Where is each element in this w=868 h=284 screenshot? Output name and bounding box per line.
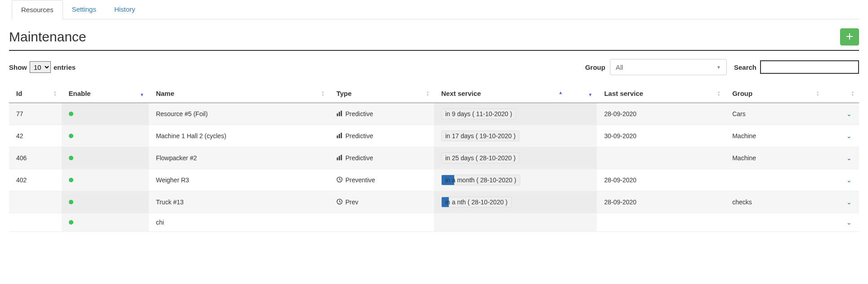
bar-chart-icon [336, 132, 343, 140]
cell-id [9, 213, 62, 232]
cell-name: chi [149, 213, 329, 232]
entries-select[interactable]: 10 [30, 61, 51, 73]
show-label: Show [9, 63, 27, 71]
add-button[interactable] [840, 28, 859, 45]
cell-last: 28-09-2020 [597, 191, 725, 213]
type-label: Predictive [345, 154, 373, 162]
cell-enable [62, 213, 149, 232]
next-service-badge: in 9 days ( 11-10-2020 ) [441, 108, 516, 119]
sort-icon: ▲▼ [717, 90, 720, 97]
group-filter: Group All ▼ [585, 59, 727, 75]
cell-next: in 9 days ( 11-10-2020 ) [434, 103, 597, 125]
cell-name: Machine 1 Hall 2 (cycles) [149, 125, 329, 147]
svg-rect-4 [341, 110, 342, 116]
cell-enable [62, 125, 149, 147]
status-dot-icon [69, 156, 73, 160]
maintenance-table: Id▲▼ Enable▼ Name▲▼ Type▲▼ Next service▲… [9, 84, 859, 232]
cell-expand: ⌄ [824, 125, 859, 147]
divider [9, 50, 859, 51]
cell-type: Preventive [329, 169, 434, 191]
type-label: Predictive [345, 132, 373, 140]
svg-rect-10 [341, 154, 342, 160]
bar-chart-icon [336, 110, 343, 118]
cell-type: Predictive [329, 103, 434, 125]
bar-chart-icon [336, 154, 343, 162]
sort-icon: ▲▼ [426, 90, 430, 97]
entries-label: entries [54, 63, 76, 71]
search: Search [734, 60, 859, 74]
cell-group: Cars [725, 103, 824, 125]
plus-icon [846, 33, 853, 41]
cell-group: Machine [725, 125, 824, 147]
cell-enable [62, 103, 149, 125]
status-dot-icon [69, 134, 73, 138]
col-expand[interactable]: ▲▼ [824, 84, 859, 103]
col-last-service[interactable]: Last service▲▼ [597, 84, 725, 103]
svg-rect-6 [339, 134, 340, 138]
type-label: Prev [345, 198, 358, 206]
cell-name: Truck #13 [149, 191, 329, 213]
cell-expand: ⌄ [824, 147, 859, 169]
status-dot-icon [69, 178, 73, 182]
col-type[interactable]: Type▲▼ [329, 84, 434, 103]
table-row: 406Flowpacker #2Predictivein 25 days ( 2… [9, 147, 859, 169]
cell-id [9, 191, 62, 213]
svg-rect-2 [337, 113, 338, 116]
chevron-down-icon[interactable]: ⌄ [846, 132, 852, 140]
status-dot-icon [69, 220, 73, 225]
cell-group [725, 213, 824, 232]
show-entries: Show 10 entries [9, 61, 76, 73]
sort-icon: ▲▼ [321, 90, 325, 97]
clock-icon [336, 176, 343, 184]
next-service-badge: in 17 days ( 19-10-2020 ) [441, 131, 519, 141]
cell-last: 28-09-2020 [597, 169, 725, 191]
sort-asc-icon: ▲ [559, 90, 563, 95]
col-id[interactable]: Id▲▼ [9, 84, 62, 103]
table-row: chi⌄ [9, 213, 859, 232]
sort-icon: ▲▼ [54, 90, 57, 97]
tab-history[interactable]: History [105, 0, 144, 19]
col-next-service[interactable]: Next service▲▼ [434, 84, 597, 103]
chevron-down-icon[interactable]: ⌄ [846, 219, 852, 226]
cell-name: Flowpacker #2 [149, 147, 329, 169]
col-enable[interactable]: Enable▼ [62, 84, 149, 103]
cell-group [725, 169, 824, 191]
sort-icon: ▲▼ [851, 90, 855, 97]
cell-expand: ⌄ [824, 191, 859, 213]
chevron-down-icon[interactable]: ⌄ [846, 198, 852, 206]
cell-next: in 25 days ( 28-10-2020 ) [434, 147, 597, 169]
status-dot-icon [69, 200, 73, 204]
svg-rect-5 [337, 135, 338, 138]
col-group[interactable]: Group▲▼ [725, 84, 824, 103]
status-dot-icon [69, 112, 73, 116]
cell-id: 42 [9, 125, 62, 147]
table-row: 77Resource #5 (Foil)Predictivein 9 days … [9, 103, 859, 125]
header: Maintenance [9, 28, 859, 45]
search-label: Search [734, 63, 756, 71]
caret-down-icon: ▼ [716, 65, 721, 70]
chevron-down-icon[interactable]: ⌄ [846, 154, 852, 162]
cell-expand: ⌄ [824, 213, 859, 232]
cell-expand: ⌄ [824, 169, 859, 191]
cell-id: 402 [9, 169, 62, 191]
tab-settings[interactable]: Settings [63, 0, 105, 19]
tab-resources[interactable]: Resources [12, 0, 63, 19]
search-input[interactable] [760, 60, 859, 74]
cell-enable [62, 147, 149, 169]
cell-last: 30-09-2020 [597, 125, 725, 147]
cell-type: Predictive [329, 147, 434, 169]
cell-type: Prev [329, 191, 434, 213]
sort-desc-icon: ▼ [140, 92, 144, 97]
group-select[interactable]: All ▼ [610, 59, 727, 75]
cell-next: in a month ( 28-10-2020 ) [434, 169, 597, 191]
chevron-down-icon[interactable]: ⌄ [846, 110, 852, 117]
chevron-down-icon[interactable]: ⌄ [846, 176, 852, 184]
svg-rect-3 [339, 112, 340, 116]
page-title: Maintenance [9, 29, 86, 45]
group-label: Group [585, 63, 605, 71]
group-select-value: All [616, 63, 623, 71]
cell-expand: ⌄ [824, 103, 859, 125]
cell-next: in a nth ( 28-10-2020 ) [434, 191, 597, 213]
col-name[interactable]: Name▲▼ [149, 84, 329, 103]
next-service-badge: in a nth ( 28-10-2020 ) [441, 197, 512, 207]
